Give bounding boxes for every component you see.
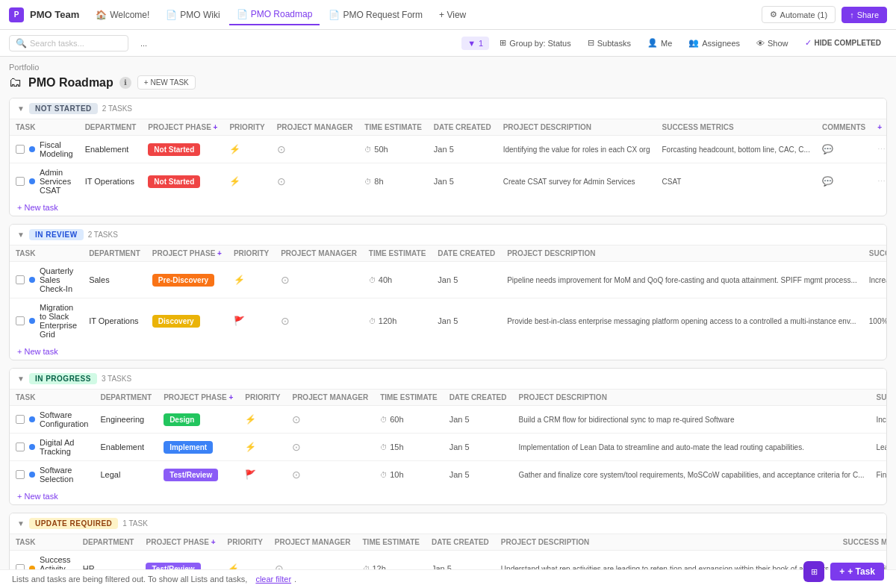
- table-row[interactable]: Digital Ad Tracking Enablement Implement…: [10, 434, 887, 461]
- task-name-cell[interactable]: Fiscal Modeling: [10, 136, 79, 163]
- add-task-button[interactable]: + + Task: [830, 563, 884, 581]
- department-value: Legal: [100, 470, 120, 479]
- add-task-row[interactable]: + New task: [10, 488, 886, 504]
- task-name-cell[interactable]: Software Configuration: [10, 406, 94, 434]
- phase-cell[interactable]: Discovery: [146, 298, 228, 344]
- phase-badge[interactable]: Not Started: [148, 143, 200, 156]
- task-name-cell[interactable]: Quarterly Sales Check-In: [10, 262, 83, 298]
- clear-filter-link[interactable]: clear filter: [255, 575, 291, 584]
- manager-cell[interactable]: ⊙: [286, 461, 374, 489]
- manager-cell[interactable]: ⊙: [275, 262, 363, 298]
- phase-cell[interactable]: Not Started: [142, 163, 223, 200]
- task-name-cell[interactable]: Admin Services CSAT: [10, 163, 79, 200]
- col-date: DATE CREATED: [444, 390, 513, 406]
- new-task-button[interactable]: + NEW TASK: [137, 75, 196, 90]
- show-button[interactable]: 👁 Show: [750, 37, 794, 50]
- filter-button[interactable]: ▼ 1: [461, 37, 489, 50]
- phase-badge[interactable]: Discovery: [152, 315, 200, 328]
- table-row[interactable]: Admin Services CSAT IT Operations Not St…: [10, 163, 887, 200]
- automate-button[interactable]: ⚙ Automate (1): [762, 6, 836, 23]
- row-options-cell[interactable]: ⋯: [871, 163, 887, 200]
- manager-cell[interactable]: ⊙: [275, 298, 363, 344]
- task-checkbox[interactable]: [16, 275, 25, 284]
- manager-avatar[interactable]: ⊙: [292, 469, 301, 481]
- table-row[interactable]: Migration to Slack Enterprise Grid IT Op…: [10, 298, 887, 344]
- add-task-row[interactable]: + New task: [10, 343, 886, 360]
- comment-icon[interactable]: 💬: [822, 144, 833, 154]
- collapse-icon[interactable]: ▼: [17, 519, 25, 528]
- manager-cell[interactable]: ⊙: [271, 136, 359, 163]
- manager-avatar[interactable]: ⊙: [281, 274, 290, 286]
- task-name[interactable]: Software Configuration: [40, 410, 88, 428]
- task-name[interactable]: Software Selection: [40, 466, 88, 484]
- task-checkbox[interactable]: [16, 415, 25, 424]
- phase-cell[interactable]: Design: [158, 406, 239, 434]
- tab-pmo-wiki[interactable]: 📄 PMO Wiki: [158, 5, 227, 25]
- task-name-cell[interactable]: Migration to Slack Enterprise Grid: [10, 298, 83, 344]
- row-options-icon[interactable]: ⋯: [877, 177, 886, 186]
- task-name[interactable]: Admin Services CSAT: [40, 168, 73, 195]
- comments-cell[interactable]: 💬: [816, 163, 871, 200]
- search-box[interactable]: 🔍 Search tasks...: [9, 35, 128, 51]
- collapse-icon[interactable]: ▼: [17, 104, 25, 113]
- phase-cell[interactable]: Not Started: [142, 136, 223, 163]
- phase-cell[interactable]: Pre-Discovery: [146, 262, 228, 298]
- task-name-cell[interactable]: Digital Ad Tracking: [10, 434, 94, 461]
- table-row[interactable]: Quarterly Sales Check-In Sales Pre-Disco…: [10, 262, 887, 298]
- group-by-button[interactable]: ⊞ Group by: Status: [494, 36, 577, 50]
- tab-welcome[interactable]: 🏠 Welcome!: [88, 5, 157, 25]
- comments-cell[interactable]: 💬: [816, 136, 871, 163]
- manager-avatar[interactable]: ⊙: [277, 143, 286, 155]
- task-checkbox[interactable]: [16, 442, 25, 451]
- grid-view-button[interactable]: ⊞: [803, 561, 824, 582]
- manager-avatar[interactable]: ⊙: [292, 413, 301, 425]
- table-row[interactable]: Software Selection Legal Test/Review 🚩 ⊙…: [10, 461, 887, 489]
- time-cell: ⏱60h: [374, 406, 443, 434]
- phase-badge[interactable]: Test/Review: [164, 469, 218, 481]
- manager-cell[interactable]: ⊙: [286, 406, 374, 434]
- phase-cell[interactable]: Implement: [158, 434, 239, 461]
- phase-badge[interactable]: Design: [164, 413, 200, 426]
- phase-badge[interactable]: Pre-Discovery: [152, 274, 214, 287]
- task-checkbox[interactable]: [16, 177, 25, 186]
- manager-cell[interactable]: ⊙: [271, 163, 359, 200]
- table-row[interactable]: Software Configuration Engineering Desig…: [10, 406, 887, 434]
- date-cell: Jan 5: [428, 136, 497, 163]
- manager-avatar[interactable]: ⊙: [277, 175, 286, 187]
- tab-pmo-request[interactable]: 📄 PMO Request Form: [321, 5, 430, 25]
- task-checkbox[interactable]: [16, 145, 25, 154]
- task-name[interactable]: Migration to Slack Enterprise Grid: [40, 303, 77, 339]
- info-icon[interactable]: ℹ: [119, 77, 131, 89]
- subtasks-button[interactable]: ⊟ Subtasks: [582, 36, 637, 50]
- add-task-row[interactable]: + New task: [10, 199, 886, 216]
- task-name[interactable]: Fiscal Modeling: [40, 140, 73, 158]
- table-row[interactable]: Fiscal Modeling Enablement Not Started ⚡…: [10, 136, 887, 163]
- manager-avatar[interactable]: ⊙: [281, 315, 290, 327]
- task-name-cell[interactable]: Software Selection: [10, 461, 94, 489]
- phase-badge[interactable]: Not Started: [148, 175, 200, 188]
- assignees-button[interactable]: 👥 Assignees: [682, 36, 746, 50]
- col-add[interactable]: +: [871, 119, 887, 136]
- task-name[interactable]: Digital Ad Tracking: [40, 438, 88, 456]
- share-button[interactable]: ↑ Share: [841, 7, 887, 23]
- date-created-value: Jan 5: [449, 415, 470, 424]
- collapse-icon[interactable]: ▼: [17, 375, 25, 383]
- phase-cell[interactable]: Test/Review: [158, 461, 239, 489]
- tab-pmo-roadmap[interactable]: 📄 PMO Roadmap: [229, 4, 320, 25]
- task-checkbox[interactable]: [16, 316, 25, 325]
- task-checkbox[interactable]: [16, 470, 25, 479]
- collapse-icon[interactable]: ▼: [17, 231, 25, 239]
- me-button[interactable]: 👤 Me: [641, 36, 678, 50]
- more-options-button[interactable]: ...: [134, 37, 153, 50]
- phase-badge[interactable]: Implement: [164, 441, 213, 454]
- manager-cell[interactable]: ⊙: [286, 434, 374, 461]
- row-options-cell[interactable]: ⋯: [871, 136, 887, 163]
- hide-completed-button[interactable]: ✓ HIDE COMPLETED: [799, 36, 887, 50]
- manager-avatar[interactable]: ⊙: [292, 441, 301, 453]
- date-cell: Jan 5: [444, 434, 513, 461]
- row-options-icon[interactable]: ⋯: [877, 145, 886, 154]
- tab-add-view[interactable]: + View: [432, 5, 473, 25]
- comment-icon[interactable]: 💬: [822, 176, 833, 187]
- metrics-value: Forcasting headcount, bottom line, CAC, …: [662, 146, 809, 154]
- task-name[interactable]: Quarterly Sales Check-In: [40, 266, 77, 293]
